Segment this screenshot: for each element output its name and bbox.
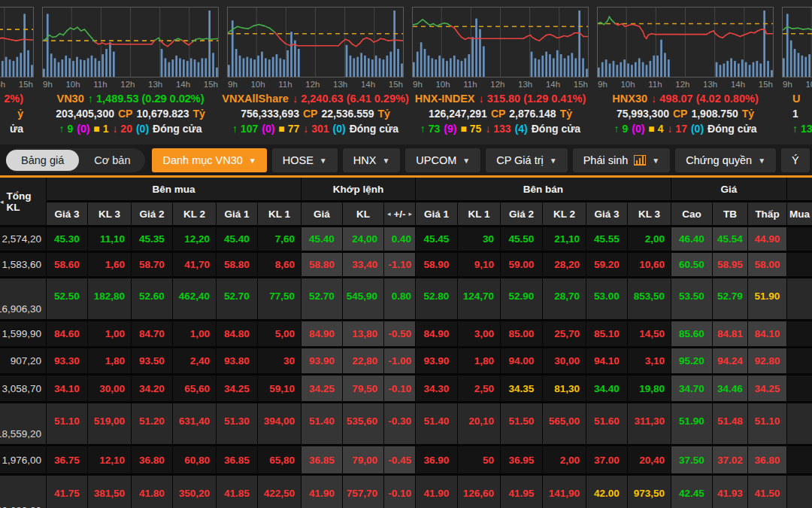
cell-gia2-mua: 93.50 (132, 348, 172, 373)
volume-value: 1,908.750 (691, 106, 738, 121)
floor-count: (4) (515, 121, 528, 136)
tab-hnx[interactable]: HNX▼ (343, 148, 401, 172)
expand-right-icon[interactable]: ▸ (409, 210, 413, 217)
index-name: HNX-INDEX (415, 91, 475, 106)
header-label: +/- (393, 208, 405, 220)
collapse-left-icon[interactable]: ◂ (387, 210, 391, 217)
tab-hose[interactable]: HOSE▼ (272, 148, 338, 172)
column-header-tb: TB (713, 202, 747, 225)
segment-bang-gia[interactable]: Bảng giá (6, 150, 79, 171)
header-label: KL 1 (268, 208, 290, 220)
cell-gia3-ban: 85.10 (586, 321, 627, 346)
time-label: 11h (463, 80, 477, 89)
cell-gia-tb: 45.54 (713, 227, 747, 251)
cell-gia-thap: 41.50 (748, 476, 786, 508)
time-label: 14h (361, 80, 375, 89)
cell-gia1-ban: 41.90 (416, 476, 457, 508)
cell-kl3-mua: 30,00 (88, 376, 131, 401)
time-label: 10h (435, 80, 450, 89)
fragment-text: 2%) (4, 91, 23, 106)
cell-kl2-mua: 2,40 (173, 348, 216, 373)
column-header-thap: Thấp (748, 202, 786, 225)
volume-shares: 126,247,291 (429, 106, 487, 121)
cell-kl3-ban: 20,40 (628, 446, 671, 473)
volume-value-unit: Tỷ (193, 106, 205, 121)
fragment-text: ↑ 13 (792, 121, 812, 136)
advancers: ↑ 9 (59, 121, 74, 136)
group-label: Khớp lệnh (333, 184, 383, 195)
market-tabs: Danh mục VN30▼HOSE▼HNX▼UPCOM▼CP Giá trị▼… (152, 148, 812, 172)
cell-gia2-mua: 36.80 (132, 446, 172, 473)
time-label: 13h (703, 80, 717, 89)
index-name: VN30 (56, 91, 83, 106)
tab-danh-muc-vn30[interactable]: Danh mục VN30▼ (152, 148, 266, 172)
cell-gia1-mua: 36.85 (217, 446, 257, 473)
group-label: Bên bán (523, 184, 563, 195)
navbar: Bảng giáCơ bản Danh mục VN30▼HOSE▼HNX▼UP… (0, 144, 812, 178)
cell-thay-doi: -0.10 (384, 476, 415, 508)
cell-kl2-ban: 30,00 (543, 348, 586, 373)
tab-label: Chứng quyền (686, 154, 752, 166)
cell-kl1-ban: 9,10 (458, 253, 500, 276)
cell-gia3-ban: 45.55 (586, 227, 627, 251)
cell-kl1-mua: 77,50 (258, 278, 301, 319)
time-label: 10h (65, 80, 80, 89)
tab-label: Phái sinh (583, 154, 629, 166)
time-label: 15h (19, 80, 33, 89)
cell-gia3-ban: 53.00 (586, 278, 627, 319)
session-status: Đóng cửa (532, 121, 580, 136)
cell-gia-tb: 51.48 (713, 403, 747, 444)
cell-gia-tb: 94.24 (713, 348, 747, 373)
tab-y[interactable]: Ý (781, 148, 810, 172)
cell-gia-tb: 58.95 (713, 253, 747, 276)
cell-kl-khop: 79,50 (343, 376, 383, 401)
time-label: 9h (598, 80, 607, 89)
tab-chung-quyen[interactable]: Chứng quyền▼ (675, 148, 776, 172)
header-label: KL 2 (183, 208, 205, 220)
cell-gia3-ban: 51.60 (586, 403, 627, 444)
time-label: 15h (759, 80, 773, 89)
cell-gia1-ban: 45.45 (416, 227, 457, 251)
header-label: Cao (682, 208, 701, 220)
cell-gia2-mua: 51.20 (132, 403, 172, 444)
time-label: 10h (620, 80, 635, 89)
cell-gia1-ban: 84.90 (416, 321, 457, 346)
time-label: 10h (250, 80, 265, 89)
column-header-kl-3-ban: KL 3 (628, 202, 671, 225)
index-summary-line: VNXAllShare↓ 2,240.63 (6.41 0.29%) (227, 91, 404, 106)
trading-board: 9h10h11h12h13h14h15h2%)ỷửa9h10h11h12h13h… (0, 0, 812, 508)
index-panel-vnxallshare: 9h10h11h12h13h14h15hVNXAllShare↓ 2,240.6… (227, 7, 404, 144)
cell-gia3-mua: 41.75 (47, 476, 87, 508)
intraday-chart (0, 7, 34, 78)
column-header-tong-kl[interactable]: ◂Tổng KL (0, 178, 46, 225)
cell-kl2-ban: 2,00 (543, 446, 586, 473)
column-header-mua-nn: Mua (787, 202, 812, 225)
cell-mua-nn (787, 476, 812, 508)
cell-gia3-ban: 34.40 (586, 376, 627, 401)
cell-gia1-mua: 52.70 (217, 278, 257, 319)
column-header-thay-doi[interactable]: ◂+/-▸ (384, 202, 415, 225)
volume-value: 22,536.559 (321, 106, 374, 121)
index-panel-hnx-index: 9h10h11h12h13h14h15hHNX-INDEX↓ 315.80 (1… (412, 7, 589, 144)
time-label: 10h (805, 80, 812, 89)
cell-kl2-mua: 462,40 (173, 278, 216, 319)
tab-cp-gia-tri[interactable]: CP Giá trị▼ (486, 148, 568, 172)
cell-gia3-mua: 84.60 (47, 321, 87, 346)
cell-gia-tb: 37.02 (713, 446, 747, 473)
segment-co-ban[interactable]: Cơ bản (79, 150, 145, 171)
tab-phai-sinh[interactable]: Phái sinh▼ (573, 148, 671, 172)
cell-gia2-ban: 59.00 (501, 253, 542, 276)
tab-label: UPCOM (416, 154, 456, 166)
cell-tong-kl: 907,20 (0, 348, 46, 373)
time-label: 14h (731, 80, 745, 89)
cell-gia-khop: 45.40 (301, 227, 342, 251)
index-text-fragment: U (782, 91, 812, 106)
header-label: KL 1 (468, 208, 489, 220)
cell-gia3-mua: 45.30 (47, 227, 87, 251)
cell-gia-thap: 51.90 (748, 278, 786, 319)
time-label: 14h (0, 80, 5, 89)
tab-upcom[interactable]: UPCOM▼ (405, 148, 480, 172)
cell-kl1-ban: 1,80 (458, 348, 500, 373)
ceiling-count: (0) (632, 121, 644, 136)
collapse-columns-icon[interactable]: ◂ (0, 198, 4, 205)
